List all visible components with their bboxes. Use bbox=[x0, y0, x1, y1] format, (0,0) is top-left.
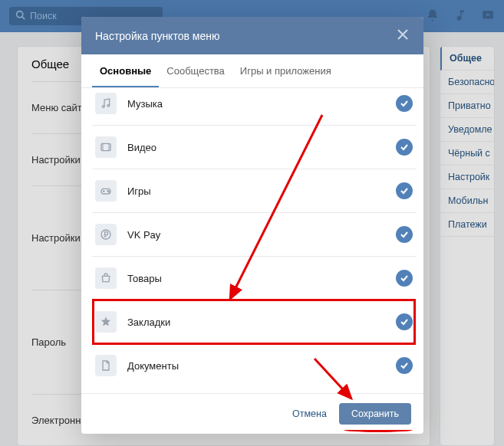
modal-header: Настройка пунктов меню bbox=[81, 17, 423, 54]
menu-item-market[interactable]: Товары bbox=[92, 257, 416, 300]
check-icon[interactable] bbox=[396, 95, 413, 112]
svg-point-0 bbox=[17, 11, 23, 18]
svg-point-9 bbox=[109, 145, 110, 146]
svg-point-3 bbox=[102, 106, 104, 108]
save-button[interactable]: Сохранить bbox=[339, 403, 411, 425]
ruble-icon bbox=[95, 224, 117, 245]
play-icon[interactable] bbox=[481, 8, 495, 25]
check-icon[interactable] bbox=[396, 313, 413, 330]
svg-point-7 bbox=[103, 147, 104, 148]
menu-item-label: Товары bbox=[127, 273, 396, 284]
menu-items-list[interactable]: Музыка Видео Игры VK Pay bbox=[81, 88, 423, 393]
menu-item-label: VK Pay bbox=[127, 229, 396, 241]
menu-item-docs[interactable]: Документы bbox=[92, 344, 416, 387]
bell-icon[interactable] bbox=[426, 8, 440, 25]
tab-communities[interactable]: Сообщества bbox=[159, 54, 232, 87]
modal-title: Настройка пунктов меню bbox=[95, 30, 219, 42]
menu-item-label: Игры bbox=[127, 185, 396, 197]
menu-item-label: Видео bbox=[127, 142, 396, 153]
tab-games-apps[interactable]: Игры и приложения bbox=[232, 54, 339, 87]
svg-point-4 bbox=[107, 104, 110, 107]
menu-item-bookmarks[interactable]: Закладки bbox=[92, 300, 416, 344]
check-icon[interactable] bbox=[396, 182, 413, 199]
check-icon[interactable] bbox=[396, 226, 413, 243]
close-icon[interactable] bbox=[396, 28, 410, 44]
cancel-button[interactable]: Отмена bbox=[289, 403, 330, 425]
check-icon[interactable] bbox=[396, 270, 413, 287]
menu-settings-modal: Настройка пунктов меню Основные Сообщест… bbox=[81, 17, 423, 434]
video-icon bbox=[95, 136, 117, 158]
svg-point-8 bbox=[103, 149, 104, 149]
modal-footer: Отмена Сохранить bbox=[81, 393, 423, 434]
gamepad-icon bbox=[95, 180, 117, 202]
check-icon[interactable] bbox=[396, 139, 413, 156]
music-note-icon[interactable] bbox=[453, 8, 467, 25]
menu-item-music[interactable]: Музыка bbox=[92, 88, 416, 126]
star-icon bbox=[95, 311, 117, 333]
menu-item-label: Закладки bbox=[127, 316, 396, 328]
menu-item-video[interactable]: Видео bbox=[92, 126, 416, 169]
check-icon[interactable] bbox=[396, 357, 413, 374]
svg-point-11 bbox=[109, 149, 110, 149]
bag-icon bbox=[95, 267, 117, 289]
menu-item-vkpay[interactable]: VK Pay bbox=[92, 213, 416, 257]
menu-item-games[interactable]: Игры bbox=[92, 169, 416, 213]
svg-point-10 bbox=[109, 147, 110, 148]
music-icon bbox=[95, 93, 117, 114]
menu-item-label: Документы bbox=[127, 360, 396, 372]
svg-point-14 bbox=[108, 192, 109, 192]
annotation-underline bbox=[344, 428, 413, 432]
tab-main[interactable]: Основные bbox=[92, 54, 159, 87]
menu-item-label: Музыка bbox=[127, 98, 396, 110]
svg-line-1 bbox=[22, 17, 25, 19]
search-icon bbox=[15, 10, 25, 22]
modal-tabs: Основные Сообщества Игры и приложения bbox=[81, 54, 423, 88]
document-icon bbox=[95, 355, 117, 376]
svg-point-6 bbox=[103, 145, 104, 146]
